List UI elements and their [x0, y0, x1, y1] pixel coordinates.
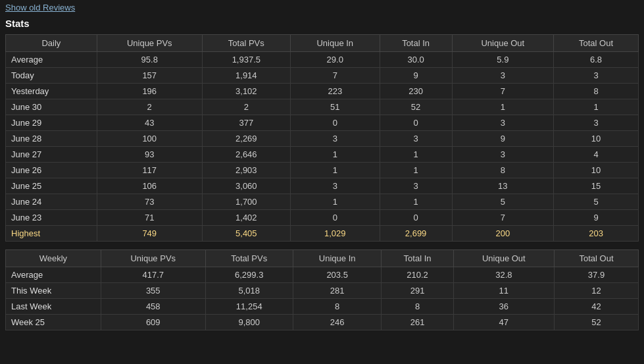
row-value: 5.9: [452, 52, 554, 68]
row-value: 3,102: [202, 84, 290, 99]
row-value: 5,018: [205, 283, 293, 299]
row-label: June 23: [6, 210, 97, 226]
weekly-col-header: Unique In: [293, 250, 382, 267]
row-value: 196: [97, 84, 202, 99]
table-row: Last Week45811,254883642: [6, 299, 639, 315]
row-label: Week 25: [6, 315, 101, 330]
table-row: Week 256099,8002462614752: [6, 315, 639, 330]
row-value: 73: [97, 194, 202, 210]
row-value: 12: [555, 283, 639, 299]
weekly-col-header: Total In: [382, 250, 453, 267]
row-value: 9: [554, 210, 639, 226]
row-value: 3: [452, 115, 554, 131]
row-label: Average: [6, 52, 97, 68]
weekly-col-header: Unique PVs: [101, 250, 205, 267]
row-value: 3,060: [202, 178, 290, 194]
row-value: 2,903: [202, 163, 290, 178]
row-value: 0: [290, 210, 380, 226]
row-value: 200: [452, 226, 554, 242]
row-value: 8: [382, 299, 453, 315]
row-value: 6.8: [554, 52, 639, 68]
daily-col-header: Daily: [6, 35, 97, 52]
row-value: 71: [97, 210, 202, 226]
row-value: 223: [290, 84, 380, 99]
row-value: 7: [452, 84, 554, 99]
show-old-reviews-link[interactable]: Show old Reviews: [5, 3, 75, 13]
daily-col-header: Unique Out: [452, 35, 554, 52]
table-row: June 24731,7001155: [6, 194, 639, 210]
table-row: June 261172,90311810: [6, 163, 639, 178]
row-value: 5: [452, 194, 554, 210]
row-value: 2,699: [380, 226, 452, 242]
row-value: 157: [97, 68, 202, 84]
row-value: 5: [554, 194, 639, 210]
row-value: 37.9: [555, 267, 639, 283]
row-value: 1,937.5: [202, 52, 290, 68]
row-value: 3: [290, 131, 380, 147]
row-value: 1: [290, 147, 380, 163]
row-value: 261: [382, 315, 453, 330]
table-row: June 251063,060331315: [6, 178, 639, 194]
row-value: 0: [290, 115, 380, 131]
row-value: 4: [554, 147, 639, 163]
row-label: Highest: [6, 226, 97, 242]
row-value: 1,700: [202, 194, 290, 210]
row-value: 2,646: [202, 147, 290, 163]
table-row: June 29433770033: [6, 115, 639, 131]
row-label: This Week: [6, 283, 101, 299]
row-value: 106: [97, 178, 202, 194]
row-value: 10: [554, 163, 639, 178]
row-value: 2,269: [202, 131, 290, 147]
row-value: 3: [554, 115, 639, 131]
row-label: June 29: [6, 115, 97, 131]
row-value: 42: [555, 299, 639, 315]
row-value: 11,254: [205, 299, 293, 315]
row-value: 7: [290, 68, 380, 84]
weekly-col-header: Unique Out: [453, 250, 554, 267]
row-value: 8: [554, 84, 639, 99]
weekly-col-header: Total Out: [555, 250, 639, 267]
table-row: Today1571,9147933: [6, 68, 639, 84]
row-label: Today: [6, 68, 97, 84]
row-label: June 25: [6, 178, 97, 194]
row-value: 52: [555, 315, 639, 330]
row-value: 9: [452, 131, 554, 147]
table-row: This Week3555,0182812911112: [6, 283, 639, 299]
row-value: 9: [380, 68, 452, 84]
row-value: 43: [97, 115, 202, 131]
row-value: 210.2: [382, 267, 453, 283]
weekly-stats-table: WeeklyUnique PVsTotal PVsUnique InTotal …: [5, 249, 639, 330]
row-value: 458: [101, 299, 205, 315]
row-value: 1: [452, 99, 554, 115]
row-label: June 30: [6, 99, 97, 115]
row-value: 95.8: [97, 52, 202, 68]
row-value: 1: [380, 194, 452, 210]
row-value: 3: [554, 68, 639, 84]
row-value: 3: [380, 131, 452, 147]
row-value: 51: [290, 99, 380, 115]
row-label: June 28: [6, 131, 97, 147]
row-value: 117: [97, 163, 202, 178]
row-value: 7: [452, 210, 554, 226]
table-row: June 23711,4020079: [6, 210, 639, 226]
row-value: 9,800: [205, 315, 293, 330]
row-value: 291: [382, 283, 453, 299]
table-row: Yesterday1963,10222323078: [6, 84, 639, 99]
table-row: June 3022515211: [6, 99, 639, 115]
row-value: 3: [452, 147, 554, 163]
row-value: 246: [293, 315, 382, 330]
row-value: 3: [452, 68, 554, 84]
row-value: 8: [452, 163, 554, 178]
row-label: June 26: [6, 163, 97, 178]
row-value: 3: [380, 178, 452, 194]
row-value: 1,914: [202, 68, 290, 84]
table-row: June 27932,6461134: [6, 147, 639, 163]
weekly-col-header: Total PVs: [205, 250, 293, 267]
row-value: 1: [290, 163, 380, 178]
row-value: 100: [97, 131, 202, 147]
stats-section-title: Stats: [5, 18, 639, 29]
row-value: 11: [453, 283, 554, 299]
row-value: 1: [380, 163, 452, 178]
row-value: 0: [380, 210, 452, 226]
weekly-col-header: Weekly: [6, 250, 101, 267]
